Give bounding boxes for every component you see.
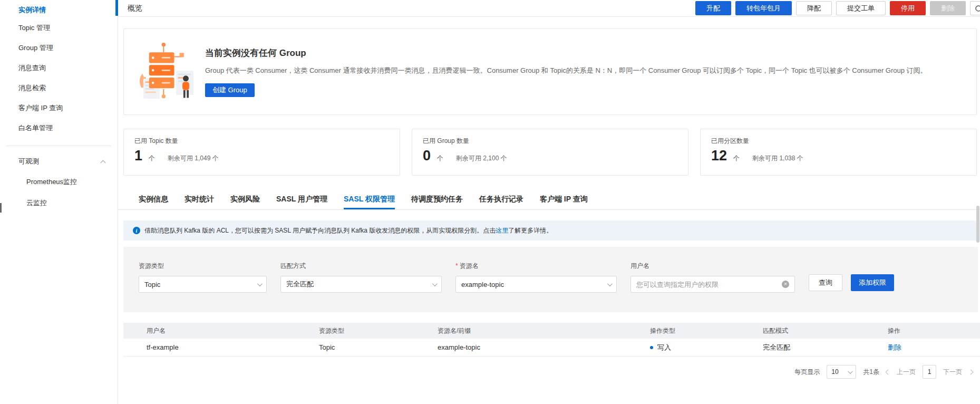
resource-name-field: *资源名 example-topic	[455, 262, 617, 293]
next-page-button[interactable]: 下一页	[943, 368, 962, 377]
header-toolbar: 升配 转包年包月 降配 提交工单 停用 删除	[695, 1, 980, 15]
chevron-up-icon	[101, 160, 106, 165]
main-area: 概览 升配 转包年包月 降配 提交工单 停用 删除	[118, 0, 980, 404]
submit-ticket-button[interactable]: 提交工单	[836, 1, 886, 15]
stat-label: 已用 Topic 数量	[134, 137, 389, 146]
page-size-value: 10	[831, 368, 838, 376]
stat-value: 12	[711, 148, 727, 164]
match-mode-select[interactable]: 完全匹配	[280, 276, 442, 293]
banner-text-after: 了解更多详情。	[508, 226, 552, 235]
stat-unit: 个	[733, 154, 740, 163]
stat-label: 已用分区数量	[711, 137, 966, 146]
stat-label: 已用 Group 数量	[423, 137, 677, 146]
acl-filter-panel: 资源类型 Topic 匹配方式 完全匹配 *资源名 example-topic	[123, 247, 978, 312]
table-row: tf-example Topic example-topic 写入 完全匹配 删…	[123, 339, 980, 357]
sidebar-item-cloud-monitor[interactable]: 云监控	[0, 193, 118, 214]
sidebar-item-label: 白名单管理	[18, 123, 53, 133]
sidebar-item-message-search[interactable]: 消息检索	[0, 78, 118, 98]
sidebar-item-label: 实例详情	[18, 5, 46, 15]
tab-instance-info[interactable]: 实例信息	[139, 187, 168, 209]
chevron-down-icon	[848, 369, 853, 374]
tab-task-records[interactable]: 任务执行记录	[479, 187, 523, 209]
disable-button[interactable]: 停用	[890, 1, 926, 15]
sidebar-scrollbar-thumb[interactable]	[0, 203, 2, 213]
username-input[interactable]	[636, 281, 782, 288]
sidebar-item-client-ip-query[interactable]: 客户端 IP 查询	[0, 98, 118, 118]
convert-subscription-button[interactable]: 转包年包月	[735, 1, 792, 15]
cell-match-mode: 完全匹配	[763, 343, 888, 352]
resource-type-select[interactable]: Topic	[139, 276, 267, 293]
username-field: 用户名 ×	[630, 262, 795, 293]
sidebar-section-observability[interactable]: 可观测	[0, 151, 118, 171]
downgrade-button[interactable]: 降配	[796, 1, 832, 15]
detail-tabs: 实例信息 实时统计 实例风险 SASL 用户管理 SASL 权限管理 待调度预约…	[118, 187, 980, 210]
tab-scheduled-tasks[interactable]: 待调度预约任务	[411, 187, 463, 209]
sidebar-item-instance-detail[interactable]: 实例详情	[0, 2, 118, 18]
tab-sasl-user-management[interactable]: SASL 用户管理	[276, 187, 327, 209]
tab-realtime-stats[interactable]: 实时统计	[185, 187, 214, 209]
clear-input-icon[interactable]: ×	[782, 281, 789, 288]
sidebar-item-label: Prometheus监控	[26, 177, 77, 187]
prev-page-icon[interactable]	[886, 369, 891, 374]
chevron-down-icon	[432, 281, 438, 286]
page-size-label: 每页显示	[794, 368, 820, 377]
next-page-icon[interactable]	[968, 369, 974, 374]
cell-username: tf-example	[147, 343, 319, 351]
sidebar-item-whitelist-management[interactable]: 白名单管理	[0, 118, 118, 138]
stat-unit: 个	[437, 154, 443, 163]
username-label: 用户名	[630, 262, 795, 271]
col-resource-name: 资源名/前缀	[438, 326, 650, 335]
stat-remaining: 剩余可用 2,100 个	[456, 154, 507, 163]
add-permission-button[interactable]: 添加权限	[851, 274, 894, 291]
page-scrollbar-thumb[interactable]	[976, 206, 979, 243]
active-item-indicator	[115, 0, 118, 16]
refresh-button[interactable]	[970, 1, 980, 15]
sidebar-item-label: 消息检索	[18, 83, 46, 93]
stat-value: 0	[423, 148, 431, 164]
upgrade-button[interactable]: 升配	[695, 1, 731, 15]
tab-sasl-acl-management[interactable]: SASL 权限管理	[344, 187, 395, 209]
group-empty-content: 当前实例没有任何 Group Group 代表一类 Consumer，这类 Co…	[205, 47, 927, 97]
resource-name-label: *资源名	[455, 262, 617, 271]
sidebar-item-label: 客户端 IP 查询	[18, 103, 63, 113]
sidebar-item-label: 云监控	[26, 198, 47, 208]
topic-usage-card: 已用 Topic 数量 1 个 剩余可用 1,049 个	[123, 129, 400, 176]
sidebar-section-label: 可观测	[18, 157, 39, 166]
prev-page-button[interactable]: 上一页	[897, 368, 916, 377]
create-group-button[interactable]: 创建 Group	[205, 83, 255, 97]
group-empty-card: 当前实例没有任何 Group Group 代表一类 Consumer，这类 Co…	[123, 28, 977, 115]
sidebar-item-prometheus-monitor[interactable]: Prometheus监控	[0, 171, 118, 193]
total-count: 共1条	[863, 368, 879, 377]
current-page-box[interactable]: 1	[923, 365, 936, 379]
resource-type-field: 资源类型 Topic	[139, 262, 267, 293]
match-mode-label: 匹配方式	[280, 262, 442, 271]
sidebar-item-topic-management[interactable]: Topic 管理	[0, 18, 118, 38]
banner-link[interactable]: 这里	[496, 226, 508, 235]
page-size-select[interactable]: 10	[827, 365, 856, 379]
match-mode-field: 匹配方式 完全匹配	[280, 262, 442, 293]
resource-name-select[interactable]: example-topic	[455, 276, 617, 293]
select-value: example-topic	[461, 281, 603, 288]
stat-remaining: 剩余可用 1,049 个	[168, 154, 219, 163]
delete-button: 删除	[930, 1, 966, 15]
refresh-icon	[975, 5, 980, 12]
page-title: 概览	[128, 4, 142, 13]
info-icon: i	[133, 227, 140, 234]
sidebar-item-message-query[interactable]: 消息查询	[0, 58, 118, 78]
sidebar-item-group-management[interactable]: Group 管理	[0, 38, 118, 58]
col-operation-type: 操作类型	[650, 326, 763, 335]
col-resource-type: 资源类型	[319, 326, 438, 335]
tab-instance-risk[interactable]: 实例风险	[230, 187, 260, 209]
search-button[interactable]: 查询	[809, 274, 842, 291]
chevron-down-icon	[607, 281, 613, 286]
usage-stats: 已用 Topic 数量 1 个 剩余可用 1,049 个 已用 Group 数量…	[123, 129, 977, 176]
delete-row-link[interactable]: 删除	[888, 343, 901, 351]
group-empty-illustration	[137, 39, 195, 104]
partition-usage-card: 已用分区数量 12 个 剩余可用 1,038 个	[700, 129, 977, 176]
operation-type-text: 写入	[657, 343, 671, 351]
col-username: 用户名	[147, 326, 319, 335]
tab-client-ip-query[interactable]: 客户端 IP 查询	[540, 187, 588, 209]
sidebar-item-label: Group 管理	[18, 43, 53, 53]
sidebar-item-label: 消息查询	[18, 63, 46, 73]
sidebar-divider	[6, 146, 111, 146]
